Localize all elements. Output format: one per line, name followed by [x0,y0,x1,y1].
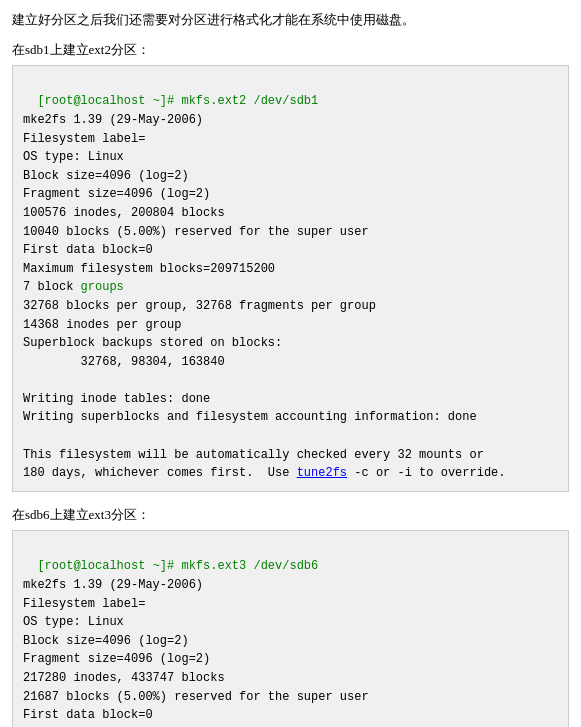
terminal1-groups: groups [81,280,124,294]
terminal-block-1: [root@localhost ~]# mkfs.ext2 /dev/sdb1 … [12,65,569,492]
terminal1-prompt-line: [root@localhost ~]# mkfs.ext2 /dev/sdb1 … [23,94,506,480]
section2-label: 在sdb6上建立ext3分区： [12,506,569,524]
terminal2-prompt: [root@localhost ~]# mkfs.ext3 /dev/sdb6 [37,559,318,573]
terminal1-prompt: [root@localhost ~]# mkfs.ext2 /dev/sdb1 [37,94,318,108]
intro-text: 建立好分区之后我们还需要对分区进行格式化才能在系统中使用磁盘。 [12,10,569,31]
terminal-block-2: [root@localhost ~]# mkfs.ext3 /dev/sdb6 … [12,530,569,727]
terminal1-tune2fs[interactable]: tune2fs [297,466,347,480]
section1-label: 在sdb1上建立ext2分区： [12,41,569,59]
terminal2-prompt-line: [root@localhost ~]# mkfs.ext3 /dev/sdb6 … [23,559,506,727]
